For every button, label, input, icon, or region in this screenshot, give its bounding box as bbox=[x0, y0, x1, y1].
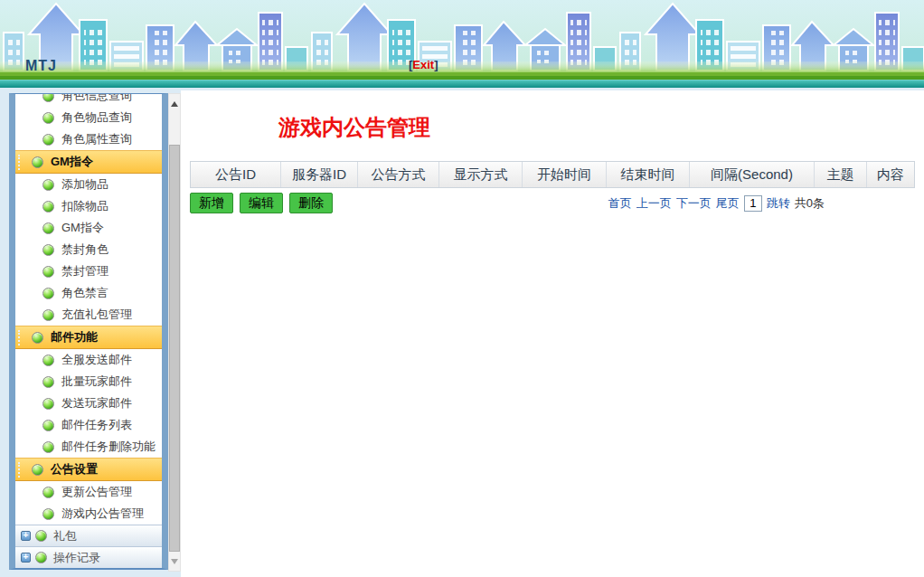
sidebar-item-mail-task-delete[interactable]: 邮件任务删除功能 bbox=[15, 436, 162, 458]
delete-button[interactable]: 删除 bbox=[289, 193, 333, 213]
column-header-announce-mode: 公告方式 bbox=[358, 162, 439, 187]
green-orb-icon bbox=[32, 332, 43, 344]
green-orb-icon bbox=[42, 244, 54, 256]
scroll-down-arrow-icon[interactable] bbox=[171, 559, 178, 564]
logo: MTJ bbox=[25, 58, 57, 74]
sidebar-item-label: 更新公告管理 bbox=[61, 484, 132, 500]
column-header-interval: 间隔(Second) bbox=[690, 162, 815, 187]
announcement-table-header: 公告ID 服务器ID 公告方式 显示方式 开始时间 结束时间 间隔(Second… bbox=[190, 161, 915, 188]
sidebar-item-deduct-item[interactable]: 扣除物品 bbox=[15, 195, 162, 217]
add-button[interactable]: 新增 bbox=[190, 193, 233, 213]
column-header-end-time: 结束时间 bbox=[607, 162, 690, 187]
column-header-start-time: 开始时间 bbox=[523, 162, 607, 187]
sidebar-item-ingame-announcement[interactable]: 游戏内公告管理 bbox=[15, 503, 162, 525]
sidebar-item-label: 扣除物品 bbox=[61, 198, 108, 214]
exit-link[interactable]: [Exit] bbox=[409, 58, 438, 71]
green-orb-icon bbox=[42, 376, 54, 388]
page-number-input[interactable] bbox=[744, 195, 762, 212]
green-orb-icon bbox=[42, 112, 54, 124]
sidebar-section-operation-log[interactable]: +操作记录 bbox=[15, 546, 162, 568]
sidebar-item-label: GM指令 bbox=[61, 220, 104, 236]
sidebar-scrollbar[interactable] bbox=[168, 93, 181, 572]
sidebar-section-label: GM指令 bbox=[51, 154, 93, 170]
sidebar-item-label: 禁封管理 bbox=[61, 263, 108, 279]
edit-button[interactable]: 编辑 bbox=[240, 193, 283, 213]
sidebar-tree: 角色信息查询 角色物品查询 角色属性查询 GM指令 添加物品 扣除物品 GM指令… bbox=[9, 93, 168, 570]
sidebar-item-label: 角色属性查询 bbox=[61, 131, 132, 147]
green-orb-icon bbox=[35, 552, 47, 563]
sidebar-item-label: 邮件任务列表 bbox=[61, 417, 132, 433]
green-orb-icon bbox=[42, 266, 54, 278]
sidebar-item-ban-role[interactable]: 禁封角色 bbox=[15, 239, 162, 260]
green-orb-icon bbox=[35, 530, 47, 542]
sidebar-item-label: 禁封角色 bbox=[61, 241, 108, 258]
column-header-display-mode: 显示方式 bbox=[439, 162, 523, 187]
sidebar-item-mail-batch-players[interactable]: 批量玩家邮件 bbox=[15, 371, 162, 393]
sidebar-section-gm-commands[interactable]: GM指令 bbox=[15, 150, 162, 174]
prev-page-link[interactable]: 上一页 bbox=[636, 195, 672, 212]
sidebar-item-label: 邮件任务删除功能 bbox=[61, 439, 156, 455]
sidebar-section-announcement-settings[interactable]: 公告设置 bbox=[15, 458, 162, 481]
scroll-up-arrow-icon[interactable] bbox=[171, 101, 178, 107]
sidebar-item-role-items-query[interactable]: 角色物品查询 bbox=[15, 107, 162, 128]
sidebar-item-label: 角色物品查询 bbox=[61, 109, 132, 126]
sidebar-section-gift-pack[interactable]: +礼包 bbox=[15, 525, 162, 546]
exit-bracket-close: ] bbox=[434, 58, 438, 71]
sidebar-item-mute-role[interactable]: 角色禁言 bbox=[15, 282, 162, 304]
column-header-announcement-id: 公告ID bbox=[191, 162, 281, 187]
expand-plus-icon[interactable]: + bbox=[21, 531, 31, 541]
sidebar-item-ban-manage[interactable]: 禁封管理 bbox=[15, 260, 162, 282]
sidebar-section-mail[interactable]: 邮件功能 bbox=[15, 326, 162, 349]
sidebar-item-update-announcement[interactable]: 更新公告管理 bbox=[15, 481, 162, 503]
green-orb-icon bbox=[42, 398, 54, 410]
green-orb-icon bbox=[42, 441, 54, 453]
exit-label: Exit bbox=[412, 58, 434, 71]
green-orb-icon bbox=[42, 134, 54, 146]
next-page-link[interactable]: 下一页 bbox=[676, 195, 712, 212]
total-count-label: 共0条 bbox=[795, 195, 825, 212]
green-orb-icon bbox=[42, 508, 54, 520]
green-orb-icon bbox=[32, 156, 43, 168]
green-orb-icon bbox=[42, 420, 54, 431]
sidebar-section-label: 礼包 bbox=[53, 528, 77, 544]
sidebar-item-label: 批量玩家邮件 bbox=[61, 374, 132, 390]
sidebar-section-label: 操作记录 bbox=[53, 550, 100, 566]
green-orb-icon bbox=[42, 487, 54, 498]
sidebar-item-recharge-pack-manage[interactable]: 充值礼包管理 bbox=[15, 304, 162, 326]
column-header-subject: 主题 bbox=[815, 162, 867, 187]
header-banner: MTJ [Exit] bbox=[0, 0, 924, 80]
sidebar-section-label: 邮件功能 bbox=[51, 329, 98, 345]
sidebar-item-label: 添加物品 bbox=[61, 176, 108, 193]
sidebar-item-gm-command[interactable]: GM指令 bbox=[15, 217, 162, 239]
green-orb-icon bbox=[42, 179, 54, 191]
expand-plus-icon[interactable]: + bbox=[21, 553, 31, 563]
sidebar-item-add-item[interactable]: 添加物品 bbox=[15, 174, 162, 195]
first-page-link[interactable]: 首页 bbox=[608, 195, 632, 212]
page-title: 游戏内公告管理 bbox=[278, 113, 924, 142]
drag-dots-icon bbox=[18, 462, 20, 478]
sidebar-item-label: 角色信息查询 bbox=[61, 93, 132, 104]
header-divider-bar bbox=[0, 80, 924, 88]
sidebar-item-role-info-query[interactable]: 角色信息查询 bbox=[15, 93, 162, 107]
sidebar-item-mail-all-server[interactable]: 全服发送邮件 bbox=[15, 349, 162, 371]
drag-dots-icon bbox=[18, 155, 20, 170]
green-orb-icon bbox=[42, 201, 54, 213]
column-header-server-id: 服务器ID bbox=[281, 162, 358, 187]
last-page-link[interactable]: 尾页 bbox=[716, 195, 740, 212]
sidebar-item-label: 全服发送邮件 bbox=[61, 352, 132, 368]
green-orb-icon bbox=[42, 93, 54, 102]
sidebar-item-mail-player[interactable]: 发送玩家邮件 bbox=[15, 393, 162, 414]
scrollbar-thumb[interactable] bbox=[169, 145, 180, 552]
jump-link[interactable]: 跳转 bbox=[767, 195, 790, 212]
sidebar-item-mail-task-list[interactable]: 邮件任务列表 bbox=[15, 414, 162, 436]
sidebar-item-label: 游戏内公告管理 bbox=[61, 506, 144, 522]
city-skyline-illustration bbox=[0, 0, 924, 80]
drag-dots-icon bbox=[18, 330, 20, 345]
sidebar-item-role-attr-query[interactable]: 角色属性查询 bbox=[15, 128, 162, 150]
sidebar-section-label: 公告设置 bbox=[51, 461, 98, 478]
green-orb-icon bbox=[42, 288, 54, 299]
green-orb-icon bbox=[42, 309, 54, 321]
column-header-content: 内容 bbox=[867, 162, 914, 187]
sidebar-item-label: 角色禁言 bbox=[61, 285, 108, 301]
sidebar-item-label: 发送玩家邮件 bbox=[61, 395, 132, 411]
